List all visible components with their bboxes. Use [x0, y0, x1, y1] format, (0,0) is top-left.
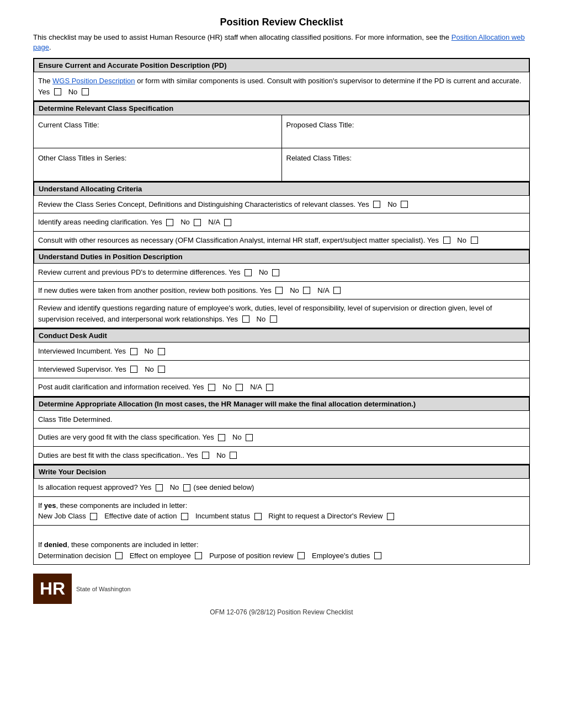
desk-row1-no-checkbox[interactable] [158, 348, 165, 355]
decision-row1-no-checkbox[interactable] [183, 484, 190, 491]
hr-logo-icon: HR [33, 574, 72, 604]
duties-row3: Review and identify questions regarding … [34, 299, 529, 328]
purpose-of-review-checkbox[interactable] [298, 552, 305, 559]
duties-row2-no-checkbox[interactable] [303, 287, 310, 294]
effective-date-checkbox[interactable] [181, 513, 188, 520]
alloc-row1-yes-checkbox[interactable] [373, 201, 380, 208]
footer-citation: OFM 12-076 (9/28/12) Position Review Che… [33, 608, 530, 616]
desk-row3-yes-checkbox[interactable] [208, 384, 215, 391]
ensure-pd-row1: The WGS Position Description or form wit… [34, 72, 529, 101]
incumbent-status-checkbox[interactable] [254, 513, 262, 520]
desk-row1-yes-checkbox[interactable] [130, 348, 137, 355]
svg-text:HR: HR [40, 579, 65, 598]
section-allocation-header: Determine Appropriate Allocation (In mos… [34, 397, 529, 411]
section-ensure-pd: Ensure Current and Accurate Position Des… [33, 58, 530, 101]
current-class-title: Current Class Title: [34, 115, 282, 148]
directors-review-checkbox[interactable] [387, 513, 394, 520]
desk-row2-yes-checkbox[interactable] [130, 366, 137, 373]
employee-duties-checkbox[interactable] [374, 552, 381, 559]
duties-row1: Review current and previous PD's to dete… [34, 264, 529, 282]
duties-row1-yes-checkbox[interactable] [245, 269, 252, 276]
alloc-row3-no-checkbox[interactable] [471, 237, 478, 244]
section-desk-audit: Conduct Desk Audit Interviewed Incumbent… [33, 329, 530, 397]
ensure-no-checkbox[interactable] [82, 88, 89, 95]
write-decision-row2: If yes, these components are included in… [34, 497, 529, 526]
section-allocating-header: Understand Allocating Criteria [34, 182, 529, 196]
section-class-spec: Determine Relevant Class Specification C… [33, 101, 530, 182]
duties-row3-no-checkbox[interactable] [270, 315, 277, 323]
section-write-decision: Write Your Decision Is allocation reques… [33, 465, 530, 565]
alloc2-row3-no-checkbox[interactable] [230, 452, 237, 459]
duties-row1-no-checkbox[interactable] [272, 269, 279, 276]
allocating-row1: Review the Class Series Concept, Definit… [34, 196, 529, 214]
alloc2-row3-yes-checkbox[interactable] [202, 452, 209, 459]
ensure-yes-checkbox[interactable] [54, 88, 61, 95]
desk-audit-row2: Interviewed Supervisor. Yes No [34, 361, 529, 379]
allocation-row3: Duties are best fit with the class speci… [34, 447, 529, 465]
intro-text: This checklist may be used to assist Hum… [33, 33, 530, 52]
duties-row3-yes-checkbox[interactable] [242, 315, 249, 323]
state-of-washington-text: State of Washington [76, 586, 131, 592]
allocating-row3: Consult with other resources as necessar… [34, 232, 529, 250]
write-decision-row1: Is allocation request approved? Yes No (… [34, 479, 529, 497]
duties-row2-yes-checkbox[interactable] [275, 287, 283, 294]
desk-row2-no-checkbox[interactable] [158, 366, 165, 373]
duties-row2: If new duties were taken from another po… [34, 282, 529, 300]
allocation-row1: Class Title Determined. [34, 411, 529, 429]
footer: HR State of Washington [33, 574, 530, 604]
allocating-row2: Identify areas needing clarification. Ye… [34, 213, 529, 232]
alloc-row1-no-checkbox[interactable] [401, 201, 408, 208]
alloc-row2-yes-checkbox[interactable] [166, 219, 173, 226]
section-duties-header: Understand Duties in Position Descriptio… [34, 250, 529, 264]
write-decision-row3: If denied, these components are included… [34, 526, 529, 565]
related-class-titles: Related Class Titles: [282, 148, 530, 181]
class-title-row: Current Class Title: Proposed Class Titl… [34, 115, 529, 148]
section-write-decision-header: Write Your Decision [34, 465, 529, 479]
determination-decision-checkbox[interactable] [115, 552, 123, 559]
decision-row1-yes-checkbox[interactable] [156, 484, 163, 491]
allocation-row2: Duties are very good fit with the class … [34, 429, 529, 447]
alloc-row3-yes-checkbox[interactable] [443, 237, 450, 244]
alloc-row2-na-checkbox[interactable] [224, 219, 231, 226]
section-duties-pd: Understand Duties in Position Descriptio… [33, 250, 530, 329]
desk-row3-na-checkbox[interactable] [266, 384, 273, 391]
other-class-titles: Other Class Titles in Series: [34, 148, 282, 181]
section-desk-audit-header: Conduct Desk Audit [34, 329, 529, 342]
section-class-spec-header: Determine Relevant Class Specification [34, 101, 529, 115]
alloc2-row2-no-checkbox[interactable] [246, 434, 253, 441]
section-allocating-criteria: Understand Allocating Criteria Review th… [33, 182, 530, 250]
section-ensure-pd-header: Ensure Current and Accurate Position Des… [34, 58, 529, 72]
wgs-link[interactable]: WGS Position Description [52, 77, 135, 85]
desk-audit-row1: Interviewed Incumbent. Yes No [34, 342, 529, 361]
page-title: Position Review Checklist [33, 17, 530, 28]
alloc2-row2-yes-checkbox[interactable] [218, 434, 225, 441]
desk-audit-row3: Post audit clarification and information… [34, 378, 529, 397]
section-allocation: Determine Appropriate Allocation (In mos… [33, 397, 530, 465]
effect-on-employee-checkbox[interactable] [195, 552, 202, 559]
duties-row2-na-checkbox[interactable] [333, 287, 341, 294]
proposed-class-title: Proposed Class Title: [282, 115, 530, 148]
other-class-titles-row: Other Class Titles in Series: Related Cl… [34, 148, 529, 181]
desk-row3-no-checkbox[interactable] [236, 384, 243, 391]
new-job-class-checkbox[interactable] [90, 513, 97, 520]
alloc-row2-no-checkbox[interactable] [194, 219, 201, 226]
